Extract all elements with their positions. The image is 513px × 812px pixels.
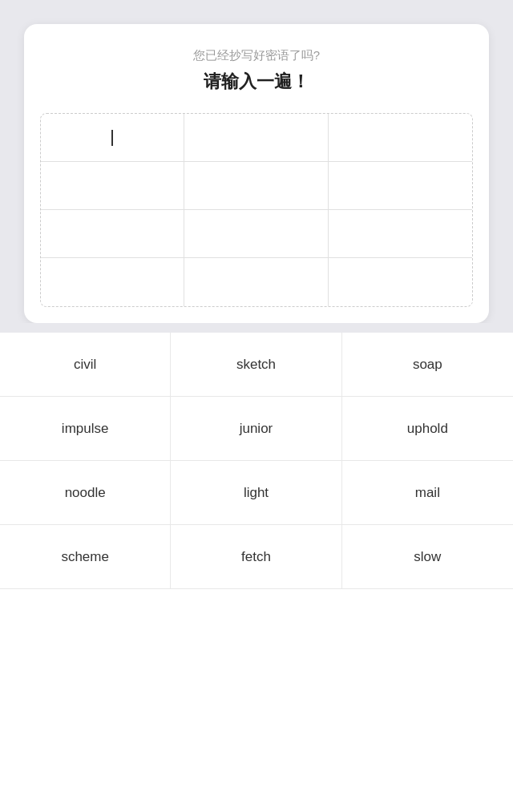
keyword-cell-5[interactable]: junior — [171, 397, 341, 461]
seed-cell-5[interactable] — [184, 162, 328, 210]
text-cursor — [111, 130, 113, 146]
seed-cell-6[interactable] — [329, 162, 472, 210]
seed-cell-1[interactable] — [41, 114, 184, 162]
keyword-cell-8[interactable]: light — [171, 461, 341, 525]
keyword-cell-4[interactable]: impulse — [0, 397, 171, 461]
keyword-cell-3[interactable]: soap — [342, 333, 513, 397]
keyword-cell-7[interactable]: noodle — [0, 461, 171, 525]
keyword-cell-12[interactable]: slow — [342, 525, 513, 589]
seed-cell-10[interactable] — [41, 258, 184, 306]
keyword-section: civilsketchsoapimpulsejuniorupholdnoodle… — [0, 333, 513, 812]
keyword-cell-6[interactable]: uphold — [342, 397, 513, 461]
seed-phrase-grid — [40, 113, 473, 307]
seed-cell-4[interactable] — [41, 162, 184, 210]
keyword-cell-11[interactable]: fetch — [171, 525, 341, 589]
keyword-cell-1[interactable]: civil — [0, 333, 171, 397]
seed-cell-11[interactable] — [184, 258, 328, 306]
seed-cell-3[interactable] — [329, 114, 472, 162]
seed-cell-9[interactable] — [329, 210, 472, 258]
top-section: 您已经抄写好密语了吗? 请输入一遍！ — [0, 0, 513, 323]
section-separator — [0, 323, 513, 333]
card-title: 请输入一遍！ — [40, 70, 473, 94]
seed-cell-8[interactable] — [184, 210, 328, 258]
card-subtitle: 您已经抄写好密语了吗? — [40, 48, 473, 63]
seed-cell-2[interactable] — [184, 114, 328, 162]
seed-cell-7[interactable] — [41, 210, 184, 258]
keyword-cell-9[interactable]: mail — [342, 461, 513, 525]
keyword-cell-2[interactable]: sketch — [171, 333, 341, 397]
seed-entry-card: 您已经抄写好密语了吗? 请输入一遍！ — [24, 24, 489, 323]
keyword-cell-10[interactable]: scheme — [0, 525, 171, 589]
seed-cell-12[interactable] — [329, 258, 472, 306]
keyword-grid: civilsketchsoapimpulsejuniorupholdnoodle… — [0, 333, 513, 589]
